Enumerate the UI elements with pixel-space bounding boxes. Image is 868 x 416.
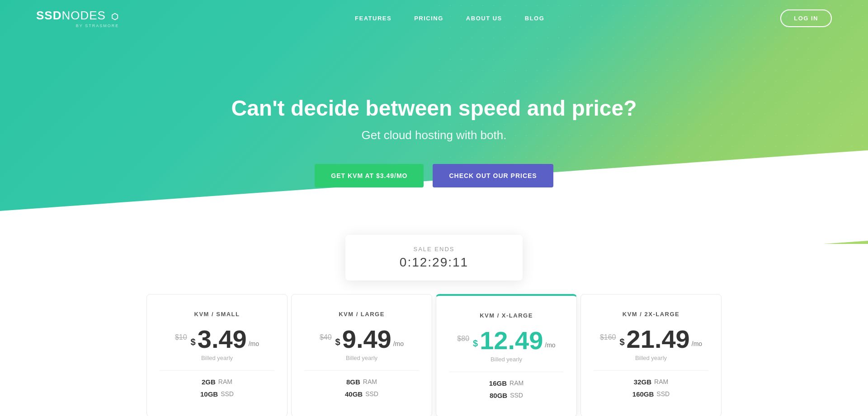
- price-row: $160 $ 21.49 /mo: [594, 327, 708, 352]
- old-price: $80: [457, 335, 469, 343]
- old-price: $40: [320, 333, 332, 341]
- price-amount: 21.49: [627, 327, 690, 352]
- price-row: $80 $ 12.49 /mo: [449, 328, 564, 353]
- checkout-prices-button[interactable]: CHECK OUT OUR PRICES: [433, 164, 553, 187]
- get-kvm-button[interactable]: GET KVM AT $3.49/MO: [315, 164, 424, 187]
- price-mo: /mo: [545, 341, 555, 349]
- nav-blog[interactable]: BLOG: [525, 15, 545, 22]
- price-dollar: $: [473, 338, 478, 349]
- ssd-value: 10GB: [200, 390, 218, 398]
- ssd-value: 40GB: [345, 390, 363, 398]
- ssd-value: 160GB: [632, 390, 654, 398]
- pricing-grid: KVM / SMALL $10 $ 3.49 /mo Billed yearly…: [145, 294, 723, 416]
- ram-spec: 16GB RAM: [449, 379, 564, 387]
- price-amount: 3.49: [198, 327, 247, 352]
- ssd-spec: 40GB SSD: [304, 390, 419, 398]
- ram-label: RAM: [363, 378, 377, 386]
- plan-card-2: KVM / X-LARGE $80 $ 12.49 /mo Billed yea…: [436, 294, 577, 416]
- plan-card-1: KVM / LARGE $40 $ 9.49 /mo Billed yearly…: [291, 294, 432, 416]
- plan-name: KVM / X-LARGE: [449, 312, 564, 319]
- login-button[interactable]: LOG IN: [780, 9, 832, 27]
- ram-spec: 32GB RAM: [594, 378, 708, 386]
- ssd-spec: 160GB SSD: [594, 390, 708, 398]
- ram-value: 32GB: [634, 378, 651, 386]
- primary-btn-group: GET KVM AT $3.49/MO Our lowest-cost, hig…: [315, 164, 424, 198]
- nav-pricing[interactable]: PRICING: [414, 15, 443, 22]
- plan-divider: [449, 372, 564, 372]
- ram-value: 16GB: [489, 379, 507, 387]
- plan-divider: [594, 370, 708, 371]
- price-mo: /mo: [692, 340, 702, 347]
- sale-label: SALE ENDS: [400, 246, 468, 252]
- navbar: SSDNODES ⬡ BY STRASMORE FEATURES PRICING…: [0, 0, 868, 36]
- price-dollar: $: [335, 337, 340, 347]
- nav-links: FEATURES PRICING ABOUT US BLOG: [355, 14, 544, 22]
- sale-timer: 0:12:29:11: [400, 255, 468, 270]
- sale-section: SALE ENDS 0:12:29:11: [0, 235, 868, 294]
- pricing-section: KVM / SMALL $10 $ 3.49 /mo Billed yearly…: [0, 294, 868, 416]
- ram-spec: 8GB RAM: [304, 378, 419, 386]
- logo-light: NODES: [61, 9, 105, 22]
- secondary-caption: Fast servers for every need: [457, 191, 528, 198]
- price-row: $40 $ 9.49 /mo: [304, 327, 419, 352]
- hero-subtitle: Get cloud hosting with both.: [231, 128, 637, 142]
- billed-yearly: Billed yearly: [304, 355, 419, 361]
- ssd-label: SSD: [221, 390, 234, 398]
- nav-about[interactable]: ABOUT US: [466, 15, 502, 22]
- ram-label: RAM: [509, 379, 524, 387]
- hero-title: Can't decide between speed and price?: [231, 96, 637, 121]
- nav-features[interactable]: FEATURES: [355, 15, 392, 22]
- ssd-label: SSD: [365, 390, 378, 398]
- logo-bold: SSD: [36, 9, 61, 22]
- ram-label: RAM: [218, 378, 232, 386]
- price-dollar: $: [191, 337, 196, 347]
- price-mo: /mo: [393, 340, 404, 347]
- billed-yearly: Billed yearly: [449, 356, 564, 363]
- ram-value: 2GB: [202, 378, 216, 386]
- price-amount: 9.49: [342, 327, 392, 352]
- sale-card: SALE ENDS 0:12:29:11: [345, 235, 523, 280]
- primary-caption: Our lowest-cost, highest-value plan: [323, 191, 415, 198]
- ssd-value: 80GB: [490, 392, 507, 399]
- hero-content: Can't decide between speed and price? Ge…: [231, 78, 637, 202]
- ssd-label: SSD: [510, 392, 523, 399]
- ssd-spec: 80GB SSD: [449, 392, 564, 399]
- old-price: $10: [175, 333, 187, 341]
- plan-name: KVM / 2X-LARGE: [594, 311, 708, 318]
- hero-buttons: GET KVM AT $3.49/MO Our lowest-cost, hig…: [231, 164, 637, 198]
- price-row: $10 $ 3.49 /mo: [160, 327, 274, 352]
- price-amount: 12.49: [480, 328, 543, 353]
- ram-spec: 2GB RAM: [160, 378, 274, 386]
- plan-name: KVM / SMALL: [160, 311, 274, 318]
- ram-value: 8GB: [346, 378, 360, 386]
- price-dollar: $: [619, 337, 624, 347]
- ram-label: RAM: [654, 378, 668, 386]
- secondary-btn-group: CHECK OUT OUR PRICES Fast servers for ev…: [433, 164, 553, 198]
- plan-name: KVM / LARGE: [304, 311, 419, 318]
- plan-card-0: KVM / SMALL $10 $ 3.49 /mo Billed yearly…: [146, 294, 288, 416]
- hero-section: Can't decide between speed and price? Ge…: [0, 0, 868, 244]
- plan-card-3: KVM / 2X-LARGE $160 $ 21.49 /mo Billed y…: [580, 294, 722, 416]
- plan-divider: [304, 370, 419, 371]
- price-mo: /mo: [249, 340, 259, 347]
- billed-yearly: Billed yearly: [594, 355, 708, 361]
- ssd-spec: 10GB SSD: [160, 390, 274, 398]
- logo-tagline: BY STRASMORE: [36, 23, 119, 28]
- old-price: $160: [600, 333, 616, 341]
- ssd-label: SSD: [656, 390, 670, 398]
- plan-divider: [160, 370, 274, 371]
- billed-yearly: Billed yearly: [160, 355, 274, 361]
- logo[interactable]: SSDNODES ⬡ BY STRASMORE: [36, 9, 119, 28]
